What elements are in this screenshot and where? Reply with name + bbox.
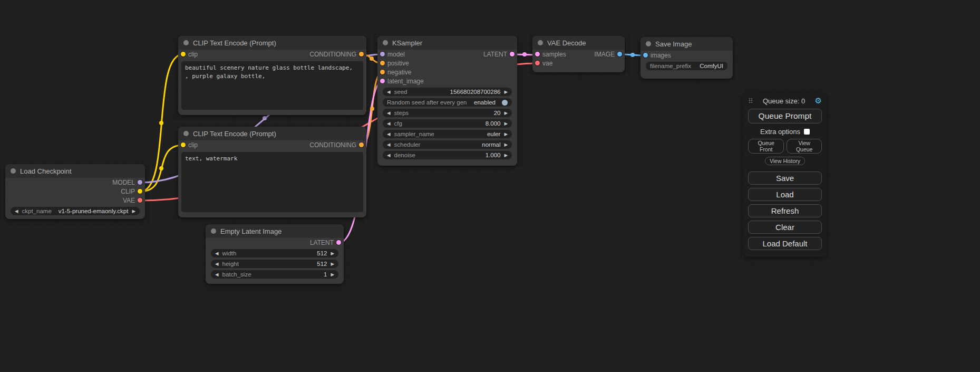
decrement-arrow-icon[interactable]: ◀: [387, 111, 391, 116]
slot-label: IMAGE: [594, 51, 615, 58]
width-widget[interactable]: ◀ width 512 ▶: [211, 249, 338, 257]
decrement-arrow-icon[interactable]: ◀: [215, 262, 219, 266]
wire-midpoint-dot: [370, 56, 374, 61]
node-vae-decode[interactable]: VAE Decode samples IMAGE vae: [532, 36, 625, 72]
output-dot-vae[interactable]: [138, 198, 142, 203]
collapse-dot-icon[interactable]: [646, 41, 651, 46]
drag-handle-icon[interactable]: ⠿: [748, 97, 753, 105]
slot-label: negative: [387, 69, 411, 76]
save-button[interactable]: Save: [748, 171, 822, 185]
output-dot-conditioning[interactable]: [359, 52, 364, 56]
output-slot-clip: CLIP: [5, 187, 145, 196]
extra-options-checkbox[interactable]: [804, 129, 810, 135]
height-widget[interactable]: ◀ height 512 ▶: [211, 260, 338, 268]
slot-label: LATENT: [483, 51, 507, 58]
input-dot-clip[interactable]: [181, 142, 186, 147]
collapse-dot-icon[interactable]: [11, 168, 16, 174]
filename-prefix-widget[interactable]: filename_prefix ComfyUI: [646, 62, 727, 70]
output-dot-latent[interactable]: [336, 240, 341, 245]
output-slot-latent: LATENT: [206, 238, 344, 247]
node-title-bar[interactable]: Empty Latent Image: [206, 224, 344, 238]
input-dot-model[interactable]: [380, 52, 385, 56]
node-title: Save Image: [655, 40, 692, 48]
collapse-dot-icon[interactable]: [211, 228, 216, 234]
widget-value: 512: [317, 261, 327, 267]
node-title-bar[interactable]: VAE Decode: [532, 36, 625, 50]
extra-options-row: Extra options: [748, 128, 822, 136]
view-history-button[interactable]: View History: [765, 157, 805, 165]
decrement-arrow-icon[interactable]: ◀: [15, 209, 18, 214]
slot-label: clip: [188, 51, 198, 58]
decrement-arrow-icon[interactable]: ◀: [387, 132, 391, 137]
node-empty-latent-image[interactable]: Empty Latent Image LATENT ◀ width 512 ▶ …: [206, 224, 344, 284]
output-dot-conditioning[interactable]: [359, 142, 364, 147]
decrement-arrow-icon[interactable]: ◀: [215, 251, 219, 256]
random-seed-toggle[interactable]: Random seed after every gen enabled: [383, 98, 512, 107]
increment-arrow-icon[interactable]: ▶: [331, 272, 334, 277]
increment-arrow-icon[interactable]: ▶: [504, 153, 508, 158]
input-dot-images[interactable]: [643, 53, 648, 58]
widget-label: filename_prefix: [650, 63, 691, 69]
input-dot-negative[interactable]: [380, 70, 385, 74]
toggle-knob-icon[interactable]: [502, 100, 508, 106]
settings-gear-icon[interactable]: ⚙: [815, 96, 822, 106]
seed-widget[interactable]: ◀ seed 156680208700286 ▶: [383, 88, 512, 96]
node-load-checkpoint[interactable]: Load Checkpoint MODEL CLIP VAE ◀ ckpt_na…: [5, 164, 145, 219]
collapse-dot-icon[interactable]: [383, 40, 388, 45]
view-queue-button[interactable]: View Queue: [787, 139, 822, 154]
steps-widget[interactable]: ◀ steps 20 ▶: [383, 109, 512, 117]
collapse-dot-icon[interactable]: [183, 40, 189, 45]
node-clip-text-encode-negative[interactable]: CLIP Text Encode (Prompt) clip CONDITION…: [178, 127, 366, 217]
widget-label: width: [222, 250, 237, 256]
cfg-widget[interactable]: ◀ cfg 8.000 ▶: [383, 119, 512, 128]
output-dot-image[interactable]: [617, 52, 622, 56]
output-dot-model[interactable]: [138, 180, 142, 185]
increment-arrow-icon[interactable]: ▶: [504, 121, 508, 126]
input-dot-samples[interactable]: [535, 52, 540, 56]
node-title-bar[interactable]: CLIP Text Encode (Prompt): [178, 127, 366, 140]
widget-value: 8.000: [486, 120, 501, 127]
negative-prompt-textarea[interactable]: text, watermark: [181, 152, 363, 212]
node-title-bar[interactable]: Save Image: [641, 37, 733, 51]
decrement-arrow-icon[interactable]: ◀: [387, 142, 391, 147]
load-button[interactable]: Load: [748, 188, 822, 201]
decrement-arrow-icon[interactable]: ◀: [215, 272, 219, 277]
decrement-arrow-icon[interactable]: ◀: [387, 153, 391, 158]
ckpt-name-widget[interactable]: ◀ ckpt_name v1-5-pruned-emaonly.ckpt ▶: [11, 207, 140, 215]
input-dot-positive[interactable]: [380, 61, 385, 65]
increment-arrow-icon[interactable]: ▶: [504, 142, 508, 147]
node-ksampler[interactable]: KSampler model LATENT positive negative …: [377, 36, 517, 166]
collapse-dot-icon[interactable]: [538, 40, 543, 45]
positive-prompt-textarea[interactable]: beautiful scenery nature glass bottle la…: [181, 61, 363, 110]
node-clip-text-encode-positive[interactable]: CLIP Text Encode (Prompt) clip CONDITION…: [178, 36, 366, 115]
clear-button[interactable]: Clear: [748, 221, 822, 234]
increment-arrow-icon[interactable]: ▶: [331, 251, 334, 256]
queue-prompt-button[interactable]: Queue Prompt: [748, 109, 822, 123]
increment-arrow-icon[interactable]: ▶: [331, 262, 334, 266]
collapse-dot-icon[interactable]: [183, 131, 189, 136]
increment-arrow-icon[interactable]: ▶: [504, 132, 508, 137]
batch-size-widget[interactable]: ◀ batch_size 1 ▶: [211, 270, 338, 279]
sampler-name-widget[interactable]: ◀ sampler_name euler ▶: [383, 130, 512, 138]
output-dot-latent[interactable]: [510, 52, 515, 56]
node-title-bar[interactable]: KSampler: [377, 36, 517, 50]
slot-row: clip CONDITIONING: [178, 140, 366, 149]
refresh-button[interactable]: Refresh: [748, 204, 822, 217]
denoise-widget[interactable]: ◀ denoise 1.000 ▶: [383, 151, 512, 159]
decrement-arrow-icon[interactable]: ◀: [387, 90, 391, 94]
queue-front-button[interactable]: Queue Front: [748, 139, 784, 154]
increment-arrow-icon[interactable]: ▶: [504, 111, 508, 116]
node-title-bar[interactable]: CLIP Text Encode (Prompt): [178, 36, 366, 50]
input-dot-vae[interactable]: [535, 61, 540, 65]
load-default-button[interactable]: Load Default: [748, 237, 822, 250]
decrement-arrow-icon[interactable]: ◀: [387, 121, 391, 126]
comfyui-canvas[interactable]: { "icons": { "left_arrow": "◀", "right_a…: [0, 0, 980, 372]
increment-arrow-icon[interactable]: ▶: [132, 209, 135, 214]
input-dot-latent-image[interactable]: [380, 79, 385, 83]
input-dot-clip[interactable]: [181, 52, 186, 56]
node-title-bar[interactable]: Load Checkpoint: [5, 164, 145, 178]
scheduler-widget[interactable]: ◀ scheduler normal ▶: [383, 140, 512, 149]
node-save-image[interactable]: Save Image images filename_prefix ComfyU…: [641, 37, 733, 79]
increment-arrow-icon[interactable]: ▶: [504, 90, 508, 94]
output-dot-clip[interactable]: [138, 189, 142, 194]
